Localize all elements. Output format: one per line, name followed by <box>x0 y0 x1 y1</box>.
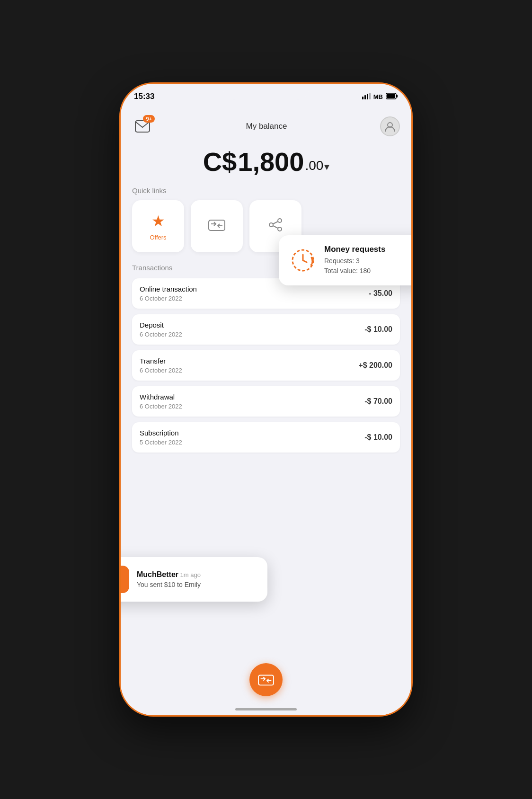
money-requests-title: Money requests <box>324 245 385 254</box>
tx-amount-transfer: +$ 200.00 <box>358 361 392 370</box>
tx-name-transfer: Transfer <box>140 357 182 365</box>
svg-rect-3 <box>369 93 371 99</box>
notif-time: 1m ago <box>180 571 201 578</box>
scene: 15:33 MB 9+ <box>0 0 532 799</box>
svg-line-16 <box>273 226 278 228</box>
star-icon: ★ <box>151 212 165 230</box>
fab-container <box>121 663 411 696</box>
tx-date-subscription: 5 October 2022 <box>140 439 182 446</box>
transactions-section: Transactions Online transaction 6 Octobe… <box>121 264 411 453</box>
money-requests-requests: Requests: 3 <box>324 256 385 266</box>
header: 9+ My balance <box>121 109 411 142</box>
svg-rect-2 <box>367 94 368 99</box>
quick-link-offers-label: Offers <box>150 234 166 241</box>
svg-point-13 <box>269 223 273 227</box>
send-money-icon <box>258 673 274 686</box>
transaction-item-withdrawal[interactable]: Withdrawal 6 October 2022 -$ 70.00 <box>132 386 400 417</box>
signal-icon <box>362 93 371 101</box>
tx-name-withdrawal: Withdrawal <box>140 393 182 401</box>
svg-rect-1 <box>364 95 366 99</box>
status-icons: MB <box>362 93 398 101</box>
svg-line-15 <box>273 222 278 224</box>
tx-amount-withdrawal: -$ 70.00 <box>364 397 392 406</box>
tx-amount-online: - 35.00 <box>369 289 392 298</box>
balance-currency: C$ <box>203 146 237 177</box>
mail-button[interactable]: 9+ <box>132 116 153 137</box>
header-title: My balance <box>246 122 287 131</box>
transaction-item-subscription[interactable]: Subscription 5 October 2022 -$ 10.00 <box>132 422 400 453</box>
notch <box>223 84 309 100</box>
tx-date-transfer: 6 October 2022 <box>140 367 182 374</box>
clock-icon <box>289 247 317 274</box>
tx-amount-deposit: -$ 10.00 <box>364 325 392 334</box>
balance-cents: .00 <box>305 158 323 177</box>
tx-date-withdrawal: 6 October 2022 <box>140 403 182 410</box>
battery-icon <box>386 93 398 101</box>
tx-name-subscription: Subscription <box>140 429 182 437</box>
app-icon-letter: B <box>119 572 120 587</box>
quick-link-offers[interactable]: ★ Offers <box>132 200 184 252</box>
notif-message: You sent $10 to Emily <box>137 581 201 588</box>
quick-links-label: Quick links <box>121 186 411 200</box>
phone-shell: 15:33 MB 9+ <box>119 82 413 717</box>
svg-point-14 <box>278 227 282 231</box>
status-time: 15:33 <box>134 92 154 101</box>
tx-date-online: 6 October 2022 <box>140 295 197 302</box>
svg-rect-6 <box>387 94 395 98</box>
popup-money-requests[interactable]: Money requests Requests: 3 Total value: … <box>279 235 413 285</box>
tx-name-deposit: Deposit <box>140 321 182 329</box>
tx-name-online: Online transaction <box>140 285 197 293</box>
transaction-item-deposit[interactable]: Deposit 6 October 2022 -$ 10.00 <box>132 314 400 345</box>
svg-rect-0 <box>362 97 364 99</box>
svg-rect-5 <box>396 95 398 98</box>
muchbetter-app-icon: B <box>119 566 129 593</box>
transfer-icon <box>208 218 225 235</box>
notif-app-name: MuchBetter <box>137 570 178 579</box>
money-requests-total: Total value: 180 <box>324 266 385 276</box>
balance-section: C$1,800.00▾ <box>121 142 411 186</box>
balance-arrow[interactable]: ▾ <box>324 161 329 177</box>
share-icon <box>268 218 283 235</box>
send-money-fab[interactable] <box>249 663 283 696</box>
balance-whole: 1,800 <box>238 146 304 177</box>
avatar-button[interactable] <box>380 116 400 136</box>
avatar-icon <box>384 120 396 133</box>
popup-notification[interactable]: B MuchBetter 1m ago You sent $10 to Emil… <box>119 557 267 602</box>
quick-link-transfer[interactable] <box>191 200 243 252</box>
mail-badge: 9+ <box>143 115 155 123</box>
tx-date-deposit: 6 October 2022 <box>140 331 182 338</box>
transaction-item-transfer[interactable]: Transfer 6 October 2022 +$ 200.00 <box>132 350 400 381</box>
carrier-label: MB <box>373 93 383 100</box>
phone-content: 9+ My balance C$1,800.00▾ Quick links <box>121 109 411 715</box>
svg-point-12 <box>278 219 282 222</box>
balance-display[interactable]: C$1,800.00▾ <box>121 146 411 177</box>
tx-amount-subscription: -$ 10.00 <box>364 433 392 442</box>
home-indicator <box>235 708 297 710</box>
